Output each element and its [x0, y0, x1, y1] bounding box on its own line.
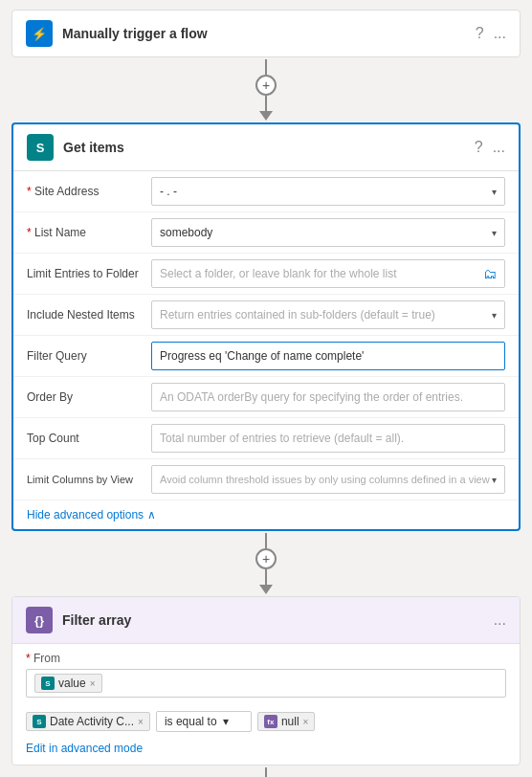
top-count-row: Top Count Total number of entries to ret… [13, 418, 519, 459]
list-name-label: List Name [27, 226, 151, 239]
nested-items-label: Include Nested Items [27, 308, 151, 322]
nested-items-placeholder: Return entries contained in sub-folders … [160, 308, 435, 322]
connector-3 [259, 767, 273, 777]
list-name-arrow: ▾ [492, 228, 497, 238]
list-name-value: somebody [160, 226, 212, 239]
site-address-label: Site Address [27, 185, 151, 198]
edit-advanced-label: Edit in advanced mode [26, 742, 143, 755]
null-label: null [281, 715, 299, 728]
limit-columns-dropdown[interactable]: Avoid column threshold issues by only us… [151, 465, 505, 494]
site-address-row: Site Address - . - ▾ [13, 171, 519, 212]
sharepoint-letter: S [36, 141, 45, 155]
condition-dropdown[interactable]: is equal to ▾ [156, 711, 252, 732]
from-section: * From S value × [12, 644, 520, 705]
filter-array-more-icon[interactable]: ... [494, 611, 506, 629]
connector-line [265, 59, 267, 75]
connector-arrow-1 [259, 111, 273, 121]
value-tag-close[interactable]: × [90, 678, 96, 689]
filter-icon: {} [26, 607, 53, 633]
limit-columns-label: Limit Columns by View [27, 473, 151, 486]
limit-columns-row: Limit Columns by View Avoid column thres… [13, 459, 519, 500]
connector-line-5 [265, 767, 267, 777]
filter-array-title: Filter array [62, 612, 484, 628]
get-items-header: S Get items ? ... [13, 124, 519, 171]
date-activity-close[interactable]: × [138, 717, 144, 727]
trigger-help-icon[interactable]: ? [476, 25, 484, 42]
limit-folder-input[interactable]: Select a folder, or leave blank for the … [151, 259, 505, 288]
hide-advanced-label: Hide advanced options [27, 508, 144, 522]
filter-array-actions: ... [494, 611, 506, 629]
condition-label: is equal to [165, 715, 217, 728]
limit-columns-placeholder: Avoid column threshold issues by only us… [160, 474, 490, 485]
date-activity-label: Date Activity C... [50, 715, 134, 728]
site-address-arrow: ▾ [492, 187, 497, 197]
get-items-help-icon[interactable]: ? [475, 139, 483, 156]
filter-icon-label: {} [34, 613, 44, 628]
get-items-card: S Get items ? ... Site Address - . - ▾ L… [11, 122, 521, 531]
trigger-header: ⚡ Manually trigger a flow ? ... [12, 11, 520, 56]
folder-icon[interactable]: 🗂 [483, 266, 497, 281]
site-address-value: - . - [160, 185, 177, 198]
list-name-dropdown[interactable]: somebody ▾ [151, 218, 505, 247]
null-tag: fx null × [257, 712, 316, 731]
from-input-box[interactable]: S value × [26, 669, 506, 698]
filter-query-row: Filter Query Progress eq 'Change of name… [13, 336, 519, 377]
condition-dropdown-arrow: ▾ [223, 715, 229, 728]
value-tag-label: value [58, 677, 86, 690]
filter-query-value: Progress eq 'Change of name complete' [160, 349, 364, 363]
nested-items-row: Include Nested Items Return entries cont… [13, 295, 519, 336]
limit-folder-row: Limit Entries to Folder Select a folder,… [13, 254, 519, 295]
get-items-more-icon[interactable]: ... [493, 139, 505, 156]
from-label-text: From [33, 652, 60, 665]
date-activity-icon: S [33, 715, 46, 728]
edit-advanced-link[interactable]: Edit in advanced mode [12, 738, 520, 765]
nested-items-dropdown[interactable]: Return entries contained in sub-folders … [151, 300, 505, 329]
nested-items-arrow: ▾ [492, 310, 497, 321]
trigger-actions: ? ... [476, 25, 506, 42]
add-step-button-1[interactable]: + [255, 75, 277, 96]
filter-query-input[interactable]: Progress eq 'Change of name complete' [151, 342, 505, 370]
sharepoint-icon: S [27, 134, 54, 161]
connector-line-4 [265, 569, 267, 585]
limit-folder-placeholder: Select a folder, or leave blank for the … [160, 267, 396, 280]
order-by-row: Order By An ODATA orderBy query for spec… [13, 377, 519, 418]
hide-advanced-chevron: ∧ [147, 508, 156, 522]
limit-folder-label: Limit Entries to Folder [27, 267, 151, 280]
null-icon: fx [264, 715, 277, 728]
top-count-input[interactable]: Total number of entries to retrieve (def… [151, 424, 505, 453]
connector-arrow-2 [259, 585, 273, 594]
connector-line-2 [265, 96, 267, 111]
top-count-placeholder: Total number of entries to retrieve (def… [160, 432, 404, 445]
filter-condition-row: S Date Activity C... × is equal to ▾ fx … [12, 705, 520, 738]
trigger-icon: ⚡ [26, 20, 53, 47]
list-name-row: List Name somebody ▾ [13, 212, 519, 254]
trigger-more-icon[interactable]: ... [494, 25, 506, 42]
date-activity-tag: S Date Activity C... × [26, 712, 150, 731]
limit-columns-arrow: ▾ [492, 475, 497, 485]
order-by-label: Order By [27, 390, 151, 404]
hide-advanced-button[interactable]: Hide advanced options ∧ [13, 500, 519, 529]
site-address-dropdown[interactable]: - . - ▾ [151, 177, 505, 206]
order-by-input[interactable]: An ODATA orderBy query for specifying th… [151, 383, 505, 411]
filter-array-card: {} Filter array ... * From S value × [11, 596, 521, 766]
connector-line-3 [265, 533, 267, 548]
get-items-actions: ? ... [475, 139, 505, 156]
trigger-title: Manually trigger a flow [62, 26, 466, 41]
add-step-button-2[interactable]: + [255, 548, 277, 569]
value-tag-icon: S [41, 677, 55, 690]
filter-array-header: {} Filter array ... [12, 597, 520, 644]
connector-2: + [255, 533, 277, 594]
null-close[interactable]: × [303, 717, 309, 727]
top-count-label: Top Count [27, 432, 151, 445]
trigger-icon-label: ⚡ [32, 27, 47, 41]
connector-1: + [255, 59, 277, 121]
value-tag: S value × [34, 674, 102, 693]
order-by-placeholder: An ODATA orderBy query for specifying th… [160, 390, 463, 404]
from-label: * From [26, 652, 506, 665]
filter-query-label: Filter Query [27, 349, 151, 363]
get-items-title: Get items [63, 140, 465, 155]
trigger-card: ⚡ Manually trigger a flow ? ... [11, 10, 521, 57]
